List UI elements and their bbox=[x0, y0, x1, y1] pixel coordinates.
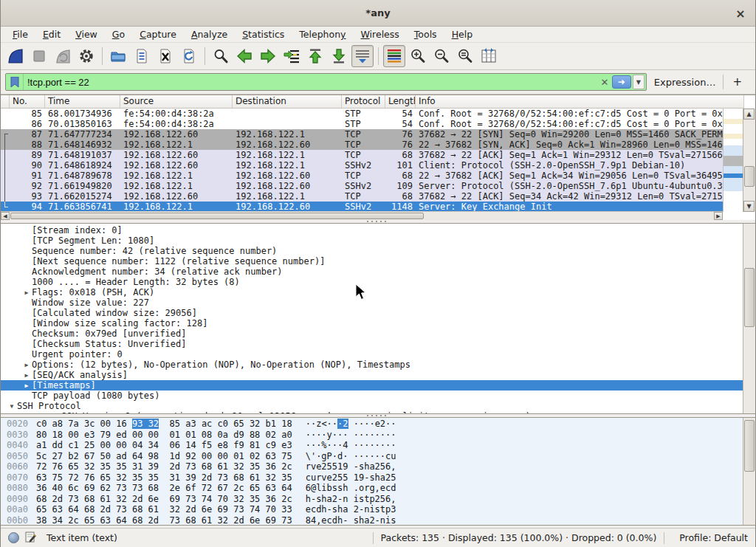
zoom-reset-button[interactable] bbox=[454, 45, 476, 67]
packet-row-90[interactable]: 9071.648618924192.168.122.60192.168.122.… bbox=[1, 160, 723, 171]
menu-view[interactable]: View bbox=[68, 27, 105, 41]
filter-apply-button[interactable]: ➜ bbox=[612, 75, 631, 89]
detail-line[interactable]: ▶Options: (12 bytes), No-Operation (NOP)… bbox=[1, 359, 743, 370]
menu-statistics[interactable]: Statistics bbox=[235, 27, 292, 41]
filter-dropdown-button[interactable]: ▼ bbox=[633, 75, 645, 89]
filter-bookmark-button[interactable] bbox=[6, 74, 24, 90]
status-profile[interactable]: Profile: Default bbox=[679, 532, 755, 543]
menu-tools[interactable]: Tools bbox=[407, 27, 444, 41]
packet-row-91[interactable]: 9171.648789678192.168.122.1192.168.122.6… bbox=[1, 171, 723, 181]
detail-line[interactable]: ▶[Timestamps] bbox=[1, 380, 743, 391]
go-back-button[interactable] bbox=[233, 45, 255, 67]
hex-row-00a0[interactable]: 00a065 63 64 68 2d 73 68 61 32 2d 6e 69 … bbox=[1, 504, 743, 515]
hex-row-0070[interactable]: 007063 75 72 76 65 32 35 35 31 39 2d 73 … bbox=[1, 472, 743, 484]
detail-line[interactable]: ▼SSH Protocol bbox=[1, 401, 743, 411]
filter-clear-button[interactable]: ✕ bbox=[597, 75, 612, 89]
capture-options-button[interactable] bbox=[75, 45, 97, 67]
column-header-length[interactable]: Length bbox=[385, 95, 416, 108]
start-capture-button[interactable] bbox=[4, 45, 27, 67]
go-to-bottom-button[interactable] bbox=[328, 45, 350, 67]
zoom-in-button[interactable] bbox=[407, 45, 429, 67]
packet-row-93[interactable]: 9371.662015274192.168.122.60192.168.122.… bbox=[1, 191, 723, 202]
open-file-button[interactable] bbox=[107, 45, 129, 67]
hex-row-0060[interactable]: 006072 76 65 32 35 35 31 39 2d 73 68 61 … bbox=[1, 461, 743, 472]
close-file-button[interactable] bbox=[154, 45, 176, 67]
packet-row-89[interactable]: 8971.648191037192.168.122.60192.168.122.… bbox=[1, 150, 723, 160]
expand-arrow-icon[interactable]: ▶ bbox=[21, 360, 32, 371]
hex-row-0040[interactable]: 0040a1 dd c1 25 00 00 04 34 06 14 f5 e8 … bbox=[1, 440, 743, 451]
bytes-scroll-thumb[interactable] bbox=[744, 420, 755, 472]
scroll-down-arrow-icon[interactable]: ▼ bbox=[743, 201, 755, 212]
detail-line[interactable]: Checksum: 0x79ed [unverified] bbox=[1, 328, 743, 339]
detail-line[interactable]: [Checksum Status: Unverified] bbox=[1, 339, 743, 349]
detail-line[interactable]: ▶[SEQ/ACK analysis] bbox=[1, 370, 743, 380]
expand-arrow-icon[interactable]: ▼ bbox=[7, 402, 17, 412]
expert-info-icon[interactable] bbox=[8, 532, 19, 543]
restart-capture-button[interactable] bbox=[52, 45, 74, 67]
detail-line[interactable]: [TCP Segment Len: 1080] bbox=[1, 235, 743, 246]
packet-list-scroll-thumb[interactable] bbox=[744, 166, 755, 187]
find-packet-button[interactable] bbox=[210, 45, 232, 67]
go-forward-button[interactable] bbox=[257, 45, 279, 67]
detail-line[interactable]: ▶SSH Version 2 (encryption:chacha20-poly… bbox=[1, 411, 743, 413]
menu-go[interactable]: Go bbox=[105, 27, 132, 41]
hex-row-0030[interactable]: 003080 18 00 e3 79 ed 00 00 01 01 08 0a … bbox=[1, 430, 743, 441]
expand-arrow-icon[interactable]: ▶ bbox=[21, 288, 32, 298]
auto-scroll-button[interactable] bbox=[351, 45, 374, 67]
detail-line[interactable]: [Next sequence number: 1122 (relative se… bbox=[1, 256, 743, 266]
column-header-info[interactable]: Info bbox=[416, 95, 744, 108]
menu-file[interactable]: File bbox=[5, 27, 35, 41]
go-to-packet-button[interactable] bbox=[281, 45, 303, 67]
menu-edit[interactable]: Edit bbox=[35, 27, 68, 41]
details-vscrollbar[interactable] bbox=[743, 224, 755, 413]
zoom-out-button[interactable] bbox=[430, 45, 453, 67]
packet-row-94[interactable]: 9471.663856741192.168.122.1192.168.122.6… bbox=[1, 202, 723, 212]
add-filter-button[interactable]: + bbox=[724, 75, 751, 89]
menu-analyze[interactable]: Analyze bbox=[184, 27, 235, 41]
filter-input[interactable] bbox=[24, 75, 597, 89]
expand-arrow-icon[interactable]: ▶ bbox=[21, 381, 32, 391]
hex-row-0080[interactable]: 008036 40 6c 69 62 73 73 68 2e 6f 72 67 … bbox=[1, 483, 743, 494]
packet-list-hscrollbar[interactable]: ◀ ▶ bbox=[1, 211, 723, 220]
menu-help[interactable]: Help bbox=[444, 27, 481, 41]
packet-row-86[interactable]: 8670.013850163fe:54:00:d4:38:2aSTP54Conf… bbox=[1, 119, 723, 129]
scroll-right-arrow-icon[interactable]: ▶ bbox=[714, 212, 723, 220]
expression-button[interactable]: Expression… bbox=[647, 77, 724, 88]
packet-row-85[interactable]: 8568.001734936fe:54:00:d4:38:2aSTP54Conf… bbox=[1, 109, 723, 119]
detail-line[interactable]: Urgent pointer: 0 bbox=[1, 349, 743, 359]
close-window-button[interactable]: × bbox=[733, 6, 748, 21]
go-to-top-button[interactable] bbox=[304, 45, 326, 67]
colorize-packets-button[interactable] bbox=[383, 45, 405, 67]
detail-line[interactable]: [Window size scaling factor: 128] bbox=[1, 318, 743, 328]
column-header-no[interactable]: No. bbox=[10, 95, 45, 108]
packet-list-vscrollbar[interactable]: ▲ ▼ bbox=[743, 109, 755, 212]
detail-line[interactable]: [Stream index: 0] bbox=[1, 225, 743, 235]
stop-capture-button[interactable] bbox=[28, 45, 50, 67]
menu-telephony[interactable]: Telephony bbox=[292, 27, 353, 41]
menu-capture[interactable]: Capture bbox=[132, 27, 184, 41]
packet-row-87[interactable]: 8771.647777234192.168.122.60192.168.122.… bbox=[1, 129, 723, 140]
column-header-protocol[interactable]: Protocol bbox=[342, 95, 385, 108]
column-header-destination[interactable]: Destination bbox=[233, 95, 342, 108]
hex-row-0050[interactable]: 00505c 27 b2 67 50 ad 64 98 1d 92 00 00 … bbox=[1, 451, 743, 462]
capture-comment-icon[interactable] bbox=[25, 531, 36, 545]
detail-line[interactable]: ▶Flags: 0x018 (PSH, ACK) bbox=[1, 287, 743, 297]
save-file-button[interactable] bbox=[131, 45, 153, 67]
detail-line[interactable]: 1000 .... = Header Length: 32 bytes (8) bbox=[1, 277, 743, 287]
hex-row-00b0[interactable]: 00b038 34 2c 65 63 64 68 2d 73 68 61 32 … bbox=[1, 515, 743, 526]
detail-line[interactable]: [Calculated window size: 29056] bbox=[1, 308, 743, 318]
details-scroll-thumb[interactable] bbox=[744, 268, 755, 327]
packet-row-88[interactable]: 8871.648146932192.168.122.1192.168.122.6… bbox=[1, 140, 723, 150]
scroll-left-arrow-icon[interactable]: ◀ bbox=[1, 212, 10, 220]
detail-line[interactable]: TCP payload (1080 bytes) bbox=[1, 391, 743, 401]
detail-line[interactable]: Sequence number: 42 (relative sequence n… bbox=[1, 246, 743, 256]
scroll-up-arrow-icon[interactable]: ▲ bbox=[743, 109, 755, 120]
detail-line[interactable]: Window size value: 227 bbox=[1, 297, 743, 308]
detail-line[interactable]: Acknowledgment number: 34 (relative ack … bbox=[1, 266, 743, 277]
expand-arrow-icon[interactable]: ▶ bbox=[51, 412, 61, 414]
reload-file-button[interactable] bbox=[178, 45, 200, 67]
packet-row-92[interactable]: 9271.661949820192.168.122.1192.168.122.6… bbox=[1, 181, 723, 191]
hex-row-0020[interactable]: 0020c0 a8 7a 3c 00 16 93 32 85 a3 ac c0 … bbox=[1, 419, 743, 430]
column-header-source[interactable]: Source bbox=[120, 95, 233, 108]
menu-wireless[interactable]: Wireless bbox=[354, 27, 407, 41]
